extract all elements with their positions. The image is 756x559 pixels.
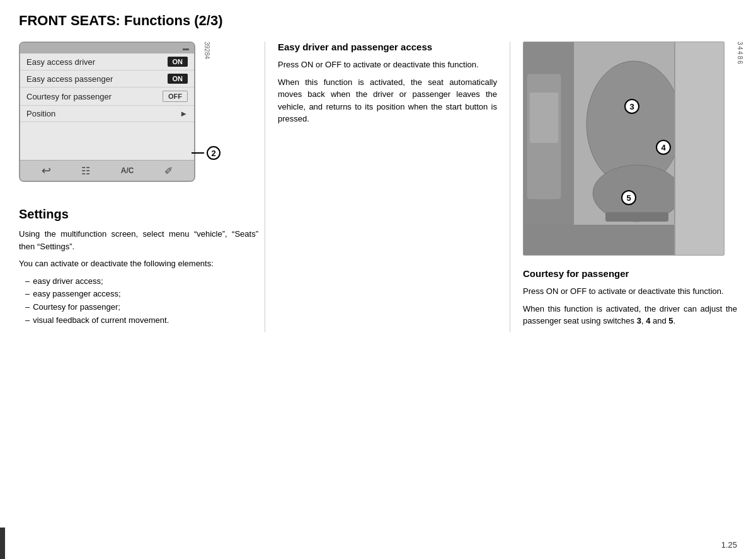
car-image-container: 3 4 5 34486 (523, 42, 724, 256)
car-ref-number: 34486 (736, 42, 743, 256)
bullet-item-2: – easy passenger access; (25, 288, 258, 301)
screen-top-icon: ▬ (183, 45, 189, 52)
right-section-title: Courtesy for passenger (523, 268, 737, 279)
screen-top-bar: ▬ (20, 43, 194, 54)
bullet-item-3: – Courtesy for passenger; (25, 301, 258, 314)
car-seat-svg (524, 42, 724, 256)
menu-label-driver: Easy access driver (26, 57, 95, 67)
bullet-text-4: visual feedback of current movement. (33, 314, 169, 327)
settings-text1: Using the multifunction screen, select m… (19, 228, 258, 252)
svg-rect-4 (605, 212, 668, 222)
left-column: ▬ Easy access driver ON Easy access pass… (19, 42, 265, 332)
dash-4: – (25, 314, 30, 327)
page-number: 1.25 (721, 540, 737, 550)
badge-2-line (192, 152, 204, 154)
screen-mockup: ▬ Easy access driver ON Easy access pass… (19, 42, 195, 182)
menu-row-passenger[interactable]: Easy access passenger ON (20, 71, 194, 88)
bullet-text-3: Courtesy for passenger; (33, 301, 120, 314)
btn-passenger-on[interactable]: ON (168, 74, 188, 84)
dash-3: – (25, 301, 30, 314)
badge-ref-3: 3 (637, 316, 641, 325)
bullet-item-4: – visual feedback of current movement. (25, 314, 258, 327)
middle-section-title: Easy driver and passenger access (278, 42, 497, 52)
middle-column: Easy driver and passenger access Press O… (265, 42, 510, 332)
bottom-icon-settings[interactable]: ✐ (164, 165, 173, 177)
badge-5: 5 (621, 190, 636, 205)
left-black-bar (0, 528, 5, 559)
btn-courtesy-off[interactable]: OFF (163, 91, 188, 102)
btn-driver-on[interactable]: ON (168, 57, 188, 67)
menu-label-position: Position (26, 109, 55, 118)
right-text1: Press ON or OFF to activate or deactivat… (523, 285, 737, 298)
bottom-icon-menu[interactable]: ☷ (81, 165, 90, 177)
bottom-icon-back[interactable]: ↩ (42, 164, 51, 178)
screen-wrapper: ▬ Easy access driver ON Easy access pass… (19, 42, 195, 195)
menu-row-courtesy[interactable]: Courtesy for passenger OFF (20, 88, 194, 106)
settings-text2: You can activate or deactivate the follo… (19, 257, 258, 270)
svg-rect-6 (530, 93, 558, 143)
bullet-text-1: easy driver access; (33, 275, 103, 288)
bullet-list: – easy driver access; – easy passenger a… (25, 275, 258, 327)
badge-ref-4: 4 (646, 316, 650, 325)
middle-text1: Press ON or OFF to activate or deactivat… (278, 59, 497, 71)
bullet-text-2: easy passenger access; (33, 288, 120, 301)
badge-ref-5: 5 (668, 316, 673, 325)
badge-2-area: 2 (192, 146, 220, 160)
screen-menu: Easy access driver ON Easy access passen… (20, 54, 194, 160)
position-arrow-icon: ► (180, 109, 188, 118)
svg-rect-8 (675, 42, 724, 256)
menu-row-position[interactable]: Position ► (20, 106, 194, 122)
screen-ref-number: 39284 (203, 42, 210, 237)
settings-title: Settings (19, 207, 258, 222)
badge-3: 3 (624, 99, 639, 114)
screen-empty-area (20, 122, 194, 160)
right-column: 3 4 5 34486 Courtesy for passenger Press… (510, 42, 737, 332)
page-container: FRONT SEATS: Functions (2/3) ▬ Easy acce… (0, 0, 756, 559)
main-columns: ▬ Easy access driver ON Easy access pass… (19, 42, 737, 332)
right-text2: When this function is activated, the dri… (523, 303, 737, 327)
dash-2: – (25, 288, 30, 301)
badge-number-2: 2 (207, 146, 220, 160)
menu-label-passenger: Easy access passenger (26, 74, 113, 84)
menu-label-courtesy: Courtesy for passenger (26, 92, 112, 101)
bullet-item-1: – easy driver access; (25, 275, 258, 288)
badge-4: 4 (656, 140, 671, 155)
dash-1: – (25, 275, 30, 288)
bottom-icon-ac: A/C (121, 166, 134, 175)
menu-row-driver[interactable]: Easy access driver ON (20, 54, 194, 71)
middle-text2: When this function is activated, the sea… (278, 76, 497, 125)
car-image-area: 3 4 5 (523, 42, 724, 256)
screen-bottom-bar: ↩ ☷ A/C ✐ (20, 160, 194, 181)
page-title: FRONT SEATS: Functions (2/3) (19, 13, 737, 29)
